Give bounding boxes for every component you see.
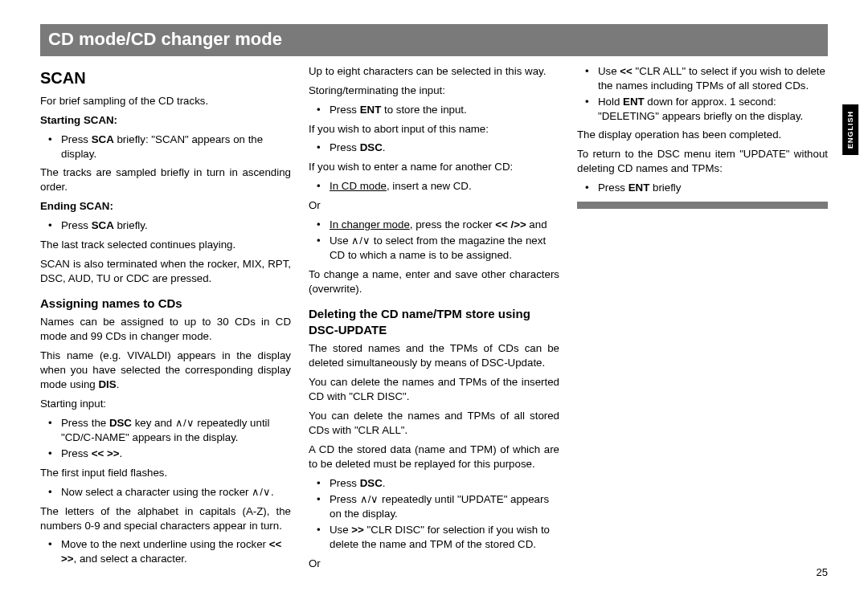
page-title-banner: CD mode/CD changer mode — [40, 24, 828, 56]
list-item: In changer mode, press the rocker << />>… — [309, 218, 559, 232]
list-item: Press ∧/∨ repeatedly until "UPDATE" appe… — [309, 492, 559, 521]
body-text: If you wish to abort input of this name: — [309, 122, 559, 137]
body-text: The last track selected continues playin… — [40, 238, 291, 252]
content-columns: Scan For brief sampling of the CD tracks… — [40, 64, 828, 578]
heading-scan: Scan — [40, 67, 291, 89]
scan-intro: For brief sampling of the CD tracks. — [40, 94, 291, 108]
section-end-bar — [577, 202, 828, 209]
list-item: Use >> "CLR DISC" for selection if you w… — [309, 523, 559, 552]
body-text: The letters of the alphabet in capitals … — [40, 504, 291, 533]
body-text: A CD the stored data (name and TPM) of w… — [309, 443, 559, 471]
list-item: Press ENT to store the input. — [309, 103, 559, 117]
body-text: Or — [309, 557, 559, 571]
body-text: If you wish to enter a name for another … — [309, 160, 559, 174]
body-text: The first input field flashes. — [40, 466, 291, 480]
heading-assigning-names: Assigning names to CDs — [40, 296, 291, 312]
body-text: SCAN is also terminated when the rocker,… — [40, 257, 291, 286]
list-item: Press SCA briefly. — [40, 218, 291, 233]
heading-deleting: Deleting the CD name/TPM store using DSC… — [309, 306, 559, 339]
list-item: In CD mode, insert a new CD. — [309, 179, 559, 194]
list-item: Press SCA briefly: "SCAN" appears on the… — [40, 133, 291, 161]
list-item: Press ENT briefly — [577, 181, 828, 195]
body-text: This name (e.g. VIVALDI) appears in the … — [40, 349, 291, 392]
body-text: You can delete the names and TPMs of all… — [309, 409, 559, 438]
list-item: Press DSC. — [309, 476, 559, 491]
page: CD mode/CD changer mode ENGLISH Scan For… — [0, 0, 868, 594]
list-item: Press << >>. — [40, 447, 291, 461]
body-text: The stored names and the TPMs of CDs can… — [309, 341, 559, 370]
body-text: Names can be assigned to up to 30 CDs in… — [40, 315, 291, 344]
body-text: Starting input: — [40, 397, 291, 411]
page-number: 25 — [817, 565, 828, 580]
body-text: To return to the DSC menu item "UPDATE" … — [577, 147, 828, 176]
body-text: Storing/terminating the input: — [309, 84, 559, 98]
body-text: Or — [309, 198, 559, 213]
list-item: Press the DSC key and ∧/∨ repeatedly unt… — [40, 416, 291, 445]
list-item: Now select a character using the rocker … — [40, 485, 291, 500]
body-text: You can delete the names and TPMs of the… — [309, 375, 559, 404]
heading-ending-scan: Ending SCAN: — [40, 199, 291, 214]
list-item: Press DSC. — [309, 141, 559, 155]
list-item: Use << "CLR ALL" to select if you wish t… — [577, 64, 828, 93]
list-item: Hold ENT down for approx. 1 second: "DEL… — [577, 95, 828, 124]
list-item: Move to the next underline using the roc… — [40, 537, 291, 566]
language-tab: ENGLISH — [842, 104, 858, 155]
heading-starting-scan: Starting SCAN: — [40, 113, 291, 128]
body-text: The display operation has been completed… — [577, 128, 828, 142]
list-item: Use ∧/∨ to select from the magazine the … — [309, 234, 559, 263]
body-text: Up to eight characters can be selected i… — [309, 64, 559, 79]
body-text: To change a name, enter and save other c… — [309, 267, 559, 296]
body-text: The tracks are sampled briefly in turn i… — [40, 165, 291, 194]
